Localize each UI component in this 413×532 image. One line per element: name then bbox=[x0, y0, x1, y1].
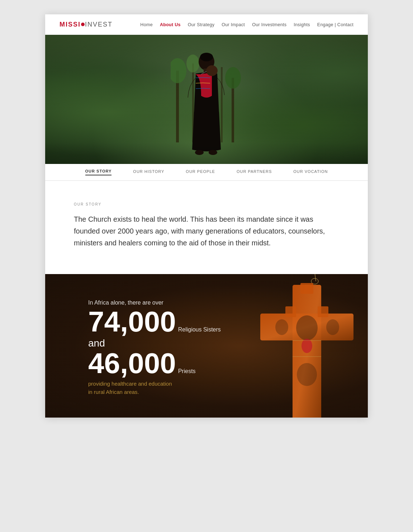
story-text: The Church exists to heal the world. Thi… bbox=[74, 213, 339, 249]
svg-rect-19 bbox=[285, 306, 296, 317]
svg-point-24 bbox=[275, 319, 288, 335]
sub-nav-our-partners[interactable]: OUR PARTNERS bbox=[237, 169, 272, 175]
content-section: OUR STORY The Church exists to heal the … bbox=[45, 181, 368, 274]
page-wrapper: MISSI INVEST Home About Us Our Strategy … bbox=[45, 14, 368, 418]
nav-engage-contact[interactable]: Engage | Contact bbox=[317, 22, 353, 27]
main-nav: Home About Us Our Strategy Our Impact Ou… bbox=[140, 22, 353, 27]
svg-point-6 bbox=[225, 67, 241, 89]
stats-number-1: 74,000 bbox=[88, 307, 176, 336]
svg-point-21 bbox=[296, 315, 318, 340]
stats-intro: In Africa alone, there are over bbox=[88, 300, 221, 306]
stats-content: In Africa alone, there are over 74,000 R… bbox=[45, 300, 221, 400]
svg-point-5 bbox=[171, 58, 186, 83]
stats-label-1: Religious Sisters bbox=[178, 326, 221, 333]
stats-section: In Africa alone, there are over 74,000 R… bbox=[45, 274, 368, 418]
site-header: MISSI INVEST Home About Us Our Strategy … bbox=[45, 14, 368, 35]
cross-svg bbox=[239, 274, 368, 418]
stats-number-row-1: 74,000 Religious Sisters bbox=[88, 307, 221, 336]
svg-rect-20 bbox=[318, 306, 328, 317]
logo-o-dot bbox=[81, 23, 85, 26]
svg-point-23 bbox=[302, 339, 312, 353]
logo-invest: INVEST bbox=[85, 21, 113, 28]
svg-rect-18 bbox=[300, 283, 313, 294]
stats-footer: providing healthcare and education in ru… bbox=[88, 380, 221, 396]
nav-our-impact[interactable]: Our Impact bbox=[222, 22, 245, 27]
svg-rect-4 bbox=[221, 67, 223, 142]
sub-nav-our-story[interactable]: OUR STORY bbox=[85, 169, 112, 175]
svg-point-9 bbox=[200, 53, 213, 61]
svg-line-14 bbox=[314, 274, 316, 281]
hero-image bbox=[45, 35, 368, 164]
section-label: OUR STORY bbox=[74, 202, 339, 206]
stats-number-row-2: 46,000 Priests bbox=[88, 349, 221, 378]
logo[interactable]: MISSI INVEST bbox=[60, 21, 113, 28]
stats-footer-line1: providing healthcare and education bbox=[88, 381, 172, 387]
stats-number-2: 46,000 bbox=[88, 349, 176, 378]
sub-nav: OUR STORY OUR HISTORY OUR PEOPLE OUR PAR… bbox=[45, 164, 368, 181]
nav-about-us[interactable]: About Us bbox=[160, 22, 181, 27]
logo-missio: MISSI bbox=[60, 21, 85, 28]
svg-point-7 bbox=[186, 55, 199, 72]
sub-nav-our-people[interactable]: OUR PEOPLE bbox=[186, 169, 215, 175]
svg-point-25 bbox=[326, 319, 339, 335]
svg-point-22 bbox=[297, 363, 317, 386]
nav-home[interactable]: Home bbox=[140, 22, 153, 27]
nav-our-investments[interactable]: Our Investments bbox=[252, 22, 286, 27]
sub-nav-our-history[interactable]: OUR HISTORY bbox=[133, 169, 164, 175]
stats-label-2: Priests bbox=[178, 368, 196, 375]
sub-nav-our-vocation[interactable]: OUR VOCATION bbox=[293, 169, 328, 175]
hero-overlay bbox=[45, 142, 368, 164]
nav-insights[interactable]: Insights bbox=[294, 22, 310, 27]
stats-footer-line2: in rural African areas. bbox=[88, 389, 139, 395]
nav-our-strategy[interactable]: Our Strategy bbox=[188, 22, 214, 27]
svg-point-11 bbox=[206, 65, 218, 76]
